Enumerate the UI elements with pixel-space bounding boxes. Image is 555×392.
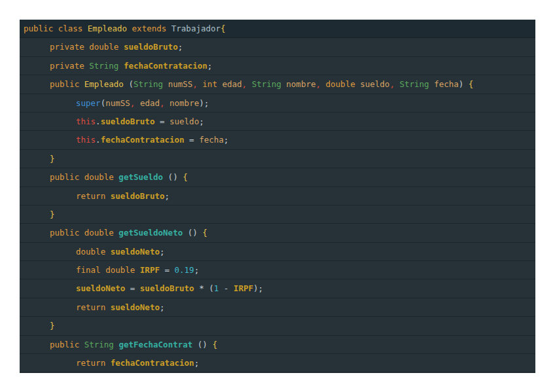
- code-token: nombre: [170, 98, 199, 108]
- code-line: this.sueldoBruto = sueldo;: [20, 113, 535, 131]
- code-token: * (: [194, 283, 214, 293]
- code-token: return: [76, 191, 111, 201]
- code-token: (): [183, 228, 202, 238]
- code-line: public double getSueldoNeto () {: [20, 224, 535, 242]
- code-line: }: [20, 317, 535, 335]
- code-line: double sueldoNeto;: [20, 243, 535, 261]
- code-token: ;: [224, 135, 229, 145]
- code-line: public String getFechaContrat () {: [20, 336, 535, 354]
- code-token: fecha: [199, 135, 224, 145]
- code-token: {: [183, 172, 188, 182]
- code-token: fechaContratacion: [124, 61, 207, 71]
- code-token: sueldoBruto: [101, 116, 155, 126]
- code-token: this: [76, 116, 96, 126]
- code-token: edad: [140, 98, 160, 108]
- code-token: String: [252, 79, 287, 89]
- code-line: sueldoNeto = sueldoBruto * (1 - IRPF);: [20, 279, 535, 298]
- code-line: public double getSueldo () {: [20, 168, 535, 187]
- code-token: this: [76, 135, 96, 145]
- code-line: return sueldoNeto;: [20, 298, 535, 317]
- code-token: -: [219, 283, 234, 293]
- code-token: ;: [164, 191, 170, 201]
- code-token: getSueldo: [118, 172, 163, 182]
- code-token: String: [89, 61, 124, 71]
- code-token: sueldoNeto: [76, 283, 125, 293]
- code-token: =: [160, 265, 175, 275]
- code-token: {: [202, 228, 207, 238]
- code-token: sueldoBruto: [111, 191, 165, 201]
- code-token: String: [399, 79, 434, 89]
- code-token: =: [125, 283, 140, 293]
- code-token: public double: [50, 228, 118, 238]
- code-line: public class Empleado extends Trabajador…: [20, 20, 535, 38]
- code-token: numSS: [105, 98, 130, 108]
- code-token: extends: [132, 24, 171, 33]
- code-token: sueldoBruto: [124, 42, 178, 52]
- code-token: (: [128, 79, 134, 89]
- code-token: ,: [389, 79, 399, 89]
- code-token: ;: [160, 302, 165, 312]
- code-line: super(numSS, edad, nombre);: [20, 94, 535, 113]
- code-token: String: [84, 340, 119, 349]
- code-token: Empleado: [84, 79, 129, 89]
- code-token: fechaContratacion: [101, 135, 185, 145]
- code-editor: public class Empleado extends Trabajador…: [20, 20, 535, 373]
- code-token: edad: [222, 79, 242, 89]
- code-token: fechaContratacion: [111, 358, 194, 368]
- code-line: private double sueldoBruto;: [20, 38, 535, 56]
- code-lines: public class Empleado extends Trabajador…: [20, 20, 535, 372]
- page: public class Empleado extends Trabajador…: [0, 0, 555, 392]
- code-token: ,: [160, 98, 170, 108]
- code-token: int: [202, 79, 222, 89]
- code-token: (): [163, 172, 183, 182]
- code-line: this.fechaContratacion = fecha;: [20, 131, 535, 149]
- code-token: IRPF: [234, 283, 253, 293]
- code-token: ,: [130, 98, 140, 108]
- code-token: nombre: [286, 79, 315, 89]
- code-token: ;: [194, 358, 200, 368]
- code-token: super: [76, 98, 101, 108]
- code-token: 0.19: [175, 265, 194, 275]
- code-token: sueldoNeto: [111, 247, 160, 257]
- code-token: private: [50, 61, 89, 71]
- code-token: ,: [315, 79, 325, 89]
- code-line: return sueldoBruto;: [20, 187, 535, 205]
- code-token: public: [50, 79, 84, 89]
- code-token: ;: [194, 265, 200, 275]
- code-token: getFechaContrat: [118, 340, 192, 349]
- code-token: public: [50, 340, 84, 349]
- code-token: {: [221, 24, 226, 33]
- code-token: }: [50, 209, 55, 219]
- code-token: .: [96, 116, 101, 126]
- code-token: Empleado: [88, 24, 132, 33]
- code-token: sueldoNeto: [111, 302, 160, 312]
- code-token: ,: [242, 79, 252, 89]
- code-token: }: [50, 154, 55, 164]
- code-token: ;: [199, 116, 204, 126]
- code-token: sueldoBruto: [140, 283, 194, 293]
- code-line: }: [20, 205, 535, 224]
- code-token: );: [253, 283, 263, 293]
- code-token: =: [154, 116, 170, 126]
- code-token: {: [469, 79, 474, 89]
- code-token: double: [76, 247, 111, 257]
- code-token: return: [76, 302, 111, 312]
- code-token: getSueldoNeto: [118, 228, 183, 238]
- code-token: IRPF: [140, 265, 160, 275]
- code-token: ;: [178, 42, 183, 52]
- code-token: ;: [160, 247, 165, 257]
- code-token: private double: [50, 42, 124, 52]
- code-line: private String fechaContratacion;: [20, 57, 535, 75]
- code-token: sueldo: [170, 116, 199, 126]
- code-token: =: [185, 135, 200, 145]
- code-token: .: [96, 135, 101, 145]
- code-token: ,: [192, 79, 202, 89]
- code-line: final double IRPF = 0.19;: [20, 261, 535, 279]
- code-token: {: [212, 340, 217, 349]
- code-token: final double: [76, 265, 140, 275]
- code-token: numSS: [168, 79, 193, 89]
- code-token: double: [326, 79, 361, 89]
- code-token: );: [199, 98, 209, 108]
- code-token: fecha: [434, 79, 459, 89]
- code-token: Trabajador: [171, 24, 221, 33]
